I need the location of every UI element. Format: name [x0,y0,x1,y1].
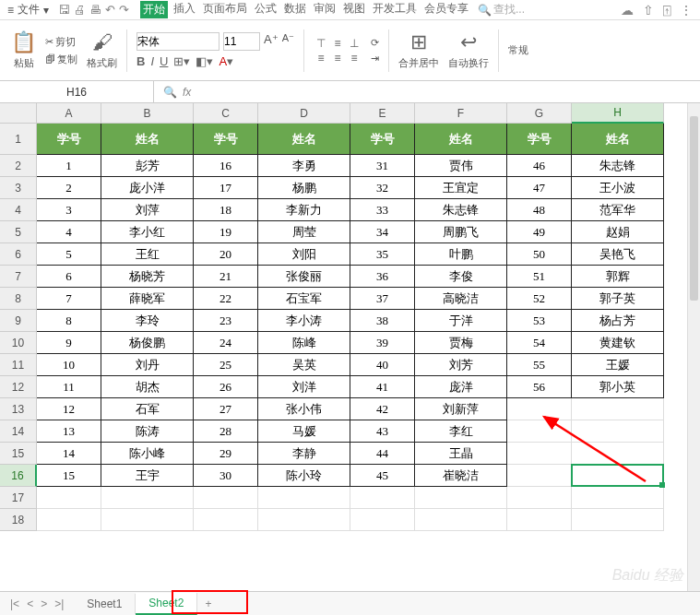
row-header-17[interactable]: 17 [0,487,37,509]
paste-button[interactable]: 📋 粘贴 [11,30,36,70]
print-icon-2[interactable]: 🖶 [89,3,101,17]
row-header-6[interactable]: 6 [0,243,37,266]
share-out-icon[interactable]: ⍐ [663,3,670,18]
row-headers[interactable]: 123456789101112131415161718 [0,124,37,531]
cell-D10[interactable]: 陈峰 [258,332,350,354]
cell-C16[interactable]: 30 [194,465,258,487]
cell-C5[interactable]: 19 [194,221,258,243]
cell-A13[interactable]: 12 [37,398,101,420]
cell-A5[interactable]: 4 [37,221,101,243]
cell-B11[interactable]: 刘丹 [101,354,194,376]
cell-A1[interactable]: 学号 [37,124,101,155]
cell-C12[interactable]: 26 [194,376,258,398]
cell-H6[interactable]: 吴艳飞 [572,243,664,266]
undo-icon[interactable]: ↶ [105,3,115,17]
font-name-select[interactable] [136,32,219,51]
cell-D6[interactable]: 刘阳 [258,243,350,266]
cell-A17[interactable] [37,487,101,509]
cell-A11[interactable]: 10 [37,354,101,376]
cell-C13[interactable]: 27 [194,398,258,420]
cell-H8[interactable]: 郭子英 [572,288,664,310]
name-box[interactable]: H16 [0,81,154,102]
cell-A2[interactable]: 1 [37,155,101,177]
tab-member[interactable]: 会员专享 [422,1,470,18]
cell-B6[interactable]: 王红 [101,243,194,266]
cell-C3[interactable]: 17 [194,177,258,199]
cell-F12[interactable]: 庞洋 [415,376,507,398]
row-header-9[interactable]: 9 [0,310,37,332]
tab-data[interactable]: 数据 [282,1,308,18]
decrease-font-icon[interactable]: A⁻ [282,32,294,51]
add-sheet-button[interactable]: + [197,597,219,610]
cell-C1[interactable]: 学号 [194,124,258,155]
cut-button[interactable]: ✂剪切 [45,35,76,49]
row-header-7[interactable]: 7 [0,266,37,288]
cell-B1[interactable]: 姓名 [101,124,194,155]
cell-G12[interactable]: 56 [507,376,572,398]
cell-G15[interactable] [507,443,572,465]
cell-B15[interactable]: 陈小峰 [101,443,194,465]
cell-A6[interactable]: 5 [37,243,101,266]
cell-D9[interactable]: 李小涛 [258,310,350,332]
cell-G3[interactable]: 47 [507,177,572,199]
row-header-15[interactable]: 15 [0,443,37,465]
cell-D13[interactable]: 张小伟 [258,398,350,420]
col-header-B[interactable]: B [101,103,194,124]
cell-G11[interactable]: 55 [507,354,572,376]
cell-D16[interactable]: 陈小玲 [258,465,350,487]
row-header-4[interactable]: 4 [0,199,37,221]
cell-G9[interactable]: 53 [507,310,572,332]
cell-G1[interactable]: 学号 [507,124,572,155]
increase-font-icon[interactable]: A⁺ [264,32,279,51]
cell-E14[interactable]: 43 [350,420,415,443]
sheet-tab-1[interactable]: Sheet1 [74,594,136,614]
fill-color-button[interactable]: ◧▾ [196,54,213,68]
align-bottom-icon[interactable]: ⊥ [347,37,362,50]
cell-H12[interactable]: 郭小英 [572,376,664,398]
align-middle-icon[interactable]: ≡ [330,37,345,50]
row-header-11[interactable]: 11 [0,354,37,376]
cell-H11[interactable]: 王媛 [572,354,664,376]
border-button[interactable]: ⊞▾ [173,54,190,68]
cell-H4[interactable]: 范军华 [572,199,664,221]
cell-B2[interactable]: 彭芳 [101,155,194,177]
cell-E13[interactable]: 42 [350,398,415,420]
cell-F7[interactable]: 李俊 [415,266,507,288]
cell-E6[interactable]: 35 [350,243,415,266]
cell-A7[interactable]: 6 [37,266,101,288]
cell-B10[interactable]: 杨俊鹏 [101,332,194,354]
tab-developer[interactable]: 开发工具 [371,1,419,18]
italic-button[interactable]: I [150,54,154,68]
cell-H10[interactable]: 黄建钦 [572,332,664,354]
cell-F6[interactable]: 叶鹏 [415,243,507,266]
cell-A8[interactable]: 7 [37,288,101,310]
cell-H15[interactable] [572,443,664,465]
cell-F13[interactable]: 刘新萍 [415,398,507,420]
formula-bar[interactable]: 🔍 fx [154,86,700,99]
col-header-H[interactable]: H [572,103,664,124]
tab-insert[interactable]: 插入 [172,1,197,18]
cell-D17[interactable] [258,487,350,509]
cell-A3[interactable]: 2 [37,177,101,199]
search-box[interactable]: 🔍 查找... [478,2,525,18]
col-header-F[interactable]: F [415,103,507,124]
auto-wrap-button[interactable]: ↩ 自动换行 [448,30,489,70]
cell-F11[interactable]: 刘芳 [415,354,507,376]
cell-G17[interactable] [507,487,572,509]
cell-B13[interactable]: 石军 [101,398,194,420]
cell-C10[interactable]: 24 [194,332,258,354]
tab-review[interactable]: 审阅 [312,1,338,18]
cell-C8[interactable]: 22 [194,288,258,310]
cell-E2[interactable]: 31 [350,155,415,177]
cell-D12[interactable]: 刘洋 [258,376,350,398]
cell-B14[interactable]: 陈涛 [101,420,194,443]
cell-E11[interactable]: 40 [350,354,415,376]
cell-H13[interactable] [572,398,664,420]
cell-A9[interactable]: 8 [37,310,101,332]
row-header-2[interactable]: 2 [0,155,37,177]
cells-area[interactable]: 学号姓名学号姓名学号姓名学号姓名1彭芳16李勇31贾伟46朱志锋2庞小洋17杨鹏… [37,124,664,531]
col-header-E[interactable]: E [350,103,415,124]
underline-button[interactable]: U [160,54,168,68]
cell-E1[interactable]: 学号 [350,124,415,155]
row-header-13[interactable]: 13 [0,398,37,420]
